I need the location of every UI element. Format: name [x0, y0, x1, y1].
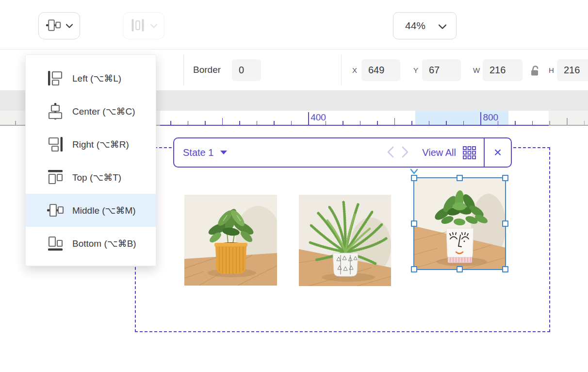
carousel-image-1[interactable] — [184, 195, 277, 286]
y-label: Y — [413, 50, 418, 90]
resize-handle-ne[interactable] — [502, 175, 508, 181]
unlocked-icon[interactable] — [530, 65, 540, 78]
resize-handle-nw[interactable] — [411, 175, 417, 181]
menu-item-align-left[interactable]: Left (⌥⌘L) — [26, 62, 156, 95]
chevron-down-icon — [150, 22, 157, 30]
selection-box[interactable] — [413, 177, 506, 270]
menu-item-align-right[interactable]: Right (⌥⌘R) — [26, 128, 156, 161]
menu-item-label: Bottom (⌥⌘B) — [72, 238, 136, 249]
menu-item-align-top[interactable]: Top (⌥⌘T) — [26, 161, 156, 194]
w-input[interactable] — [483, 59, 523, 81]
carousel-image-2[interactable] — [299, 195, 391, 286]
align-center-icon — [47, 102, 64, 120]
close-button[interactable]: × — [485, 138, 511, 167]
align-middle-icon — [46, 17, 61, 34]
h-input[interactable] — [557, 59, 588, 81]
menu-item-label: Top (⌥⌘T) — [72, 172, 121, 183]
menu-item-align-center[interactable]: Center (⌥⌘C) — [26, 95, 156, 128]
menu-item-label: Right (⌥⌘R) — [72, 139, 129, 150]
top-toolbar: 44% — [0, 0, 588, 50]
h-label: H — [549, 50, 554, 90]
alignment-dropdown-menu: Left (⌥⌘L) Center (⌥⌘C) Right (⌥⌘R) — [25, 54, 156, 266]
align-middle-icon — [47, 202, 64, 219]
resize-handle-n[interactable] — [457, 175, 463, 181]
view-all-link[interactable]: View All — [422, 147, 456, 158]
chevron-left-icon — [386, 146, 394, 160]
chevron-down-icon — [66, 22, 73, 30]
zoom-level-value: 44% — [405, 20, 425, 32]
state-dropdown[interactable]: State 1 — [183, 147, 213, 158]
resize-handle-se[interactable] — [502, 266, 508, 272]
menu-item-label: Left (⌥⌘L) — [72, 73, 121, 84]
align-right-icon — [47, 135, 64, 153]
resize-handle-sw[interactable] — [411, 266, 417, 272]
menu-item-label: Middle (⌥⌘M) — [72, 205, 136, 216]
border-label: Border — [193, 50, 221, 90]
caret-down-icon[interactable] — [220, 148, 227, 157]
menu-item-align-middle[interactable]: Middle (⌥⌘M) — [26, 194, 156, 227]
align-dropdown-button[interactable] — [38, 12, 80, 39]
align-top-icon — [47, 169, 64, 186]
x-input[interactable] — [361, 59, 400, 81]
menu-item-label: Center (⌥⌘C) — [72, 106, 135, 117]
chevron-right-icon — [401, 146, 409, 160]
w-label: W — [473, 50, 480, 90]
component-state-bar: State 1 View All — [173, 137, 512, 168]
toolbar-divider — [341, 54, 342, 85]
zoom-level-select[interactable]: 44% — [393, 12, 457, 39]
distribute-dropdown-button[interactable] — [123, 12, 164, 39]
y-input[interactable] — [422, 59, 461, 81]
menu-item-align-bottom[interactable]: Bottom (⌥⌘B) — [26, 227, 156, 260]
align-bottom-icon — [47, 235, 64, 252]
chevron-down-icon — [439, 20, 446, 32]
grid-icon[interactable] — [463, 146, 476, 159]
resize-handle-e[interactable] — [502, 220, 508, 227]
next-state-button[interactable] — [401, 143, 409, 162]
border-width-input[interactable] — [232, 59, 261, 81]
resize-handle-s[interactable] — [457, 266, 463, 272]
x-label: X — [352, 50, 357, 90]
align-left-icon — [47, 69, 64, 87]
app-window: 44% Border — [0, 0, 588, 372]
prev-state-button[interactable] — [386, 143, 394, 162]
ruler-label: 800 — [483, 112, 498, 123]
resize-handle-w[interactable] — [411, 220, 417, 227]
ruler-label: 400 — [310, 112, 326, 123]
toolbar-divider — [183, 54, 184, 85]
distribute-horizontal-icon — [130, 17, 146, 34]
